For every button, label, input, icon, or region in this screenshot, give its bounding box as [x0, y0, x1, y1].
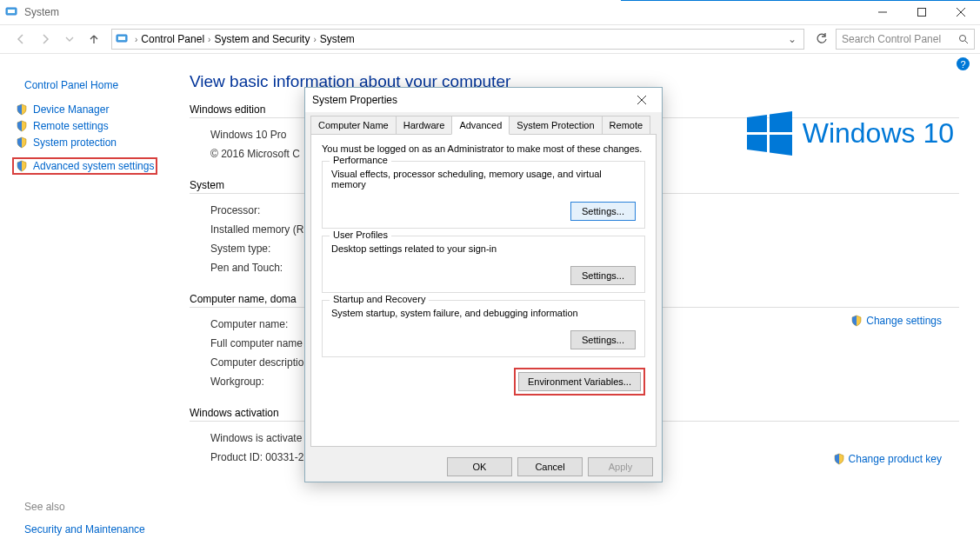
help-row: ? — [0, 54, 980, 70]
tab-advanced[interactable]: Advanced — [451, 116, 510, 135]
section-title: Computer name, doma — [190, 293, 297, 305]
group-user-profiles: User Profiles Desktop settings related t… — [322, 236, 645, 293]
group-title: Startup and Recovery — [330, 294, 429, 304]
tab-computer-name[interactable]: Computer Name — [310, 116, 397, 134]
shield-icon — [16, 103, 28, 116]
group-startup-recovery: Startup and Recovery System startup, sys… — [322, 300, 645, 357]
change-product-key-link[interactable]: Change product key — [833, 453, 942, 465]
sidebar-item-advanced-system-settings[interactable]: Advanced system settings — [12, 157, 157, 175]
maximize-button[interactable] — [902, 0, 941, 24]
group-description: System startup, system failure, and debu… — [331, 308, 636, 318]
tab-system-protection[interactable]: System Protection — [509, 116, 602, 134]
section-title: System — [190, 179, 224, 191]
back-button[interactable] — [10, 29, 31, 50]
dialog-tabs: Computer Name Hardware Advanced System P… — [310, 112, 657, 135]
svg-marker-13 — [770, 135, 792, 156]
breadcrumb[interactable]: › Control Panel › System and Security › … — [111, 29, 804, 50]
system-properties-dialog: System Properties Computer Name Hardware… — [304, 87, 663, 482]
see-also-label: See also — [24, 501, 184, 513]
window-title: System — [24, 6, 863, 18]
section-title: Windows edition — [190, 103, 265, 116]
dialog-tab-body: You must be logged on as an Administrato… — [310, 135, 657, 447]
refresh-button[interactable] — [811, 29, 832, 50]
sidebar-item-device-manager[interactable]: Device Manager — [16, 103, 184, 116]
apply-button[interactable]: Apply — [588, 457, 653, 476]
svg-rect-7 — [118, 37, 125, 40]
group-description: Visual effects, processor scheduling, me… — [331, 169, 636, 190]
chevron-right-icon: › — [135, 35, 137, 44]
group-title: Performance — [330, 155, 391, 165]
search-placeholder: Search Control Panel — [842, 33, 941, 45]
minimize-button[interactable] — [863, 0, 902, 24]
windows-logo-icon — [747, 110, 792, 156]
link-label: Change settings — [866, 315, 942, 327]
breadcrumb-item[interactable]: System and Security — [214, 33, 310, 45]
sidebar-item-label: Device Manager — [33, 103, 109, 116]
group-performance: Performance Visual effects, processor sc… — [322, 161, 645, 229]
shield-icon — [850, 315, 863, 327]
change-settings-link[interactable]: Change settings — [850, 315, 942, 327]
breadcrumb-item[interactable]: Control Panel — [141, 33, 204, 45]
navigation-bar: › Control Panel › System and Security › … — [0, 24, 980, 54]
system-icon — [5, 5, 19, 19]
dialog-titlebar: System Properties — [305, 88, 662, 112]
svg-marker-11 — [770, 111, 792, 132]
breadcrumb-dropdown[interactable]: ⌄ — [784, 33, 800, 45]
tab-remote[interactable]: Remote — [602, 116, 651, 134]
svg-marker-10 — [747, 115, 767, 132]
env-variables-highlight: Environment Variables... — [514, 368, 645, 396]
windows-brand-text: Windows 10 — [803, 117, 954, 150]
recent-dropdown[interactable] — [59, 29, 80, 50]
shield-icon — [16, 136, 28, 149]
sidebar-item-label: Advanced system settings — [33, 160, 154, 172]
dialog-close-button[interactable] — [629, 90, 655, 110]
user-profiles-settings-button[interactable]: Settings... — [570, 266, 636, 285]
link-label: Change product key — [849, 453, 942, 465]
sidebar-item-remote-settings[interactable]: Remote settings — [16, 120, 184, 132]
environment-variables-button[interactable]: Environment Variables... — [518, 372, 641, 391]
shield-icon — [16, 120, 28, 132]
tab-hardware[interactable]: Hardware — [396, 116, 453, 134]
performance-settings-button[interactable]: Settings... — [570, 202, 636, 221]
svg-marker-12 — [747, 135, 767, 152]
shield-icon — [833, 453, 845, 465]
svg-rect-3 — [917, 9, 925, 17]
monitor-icon — [116, 32, 130, 46]
svg-point-8 — [960, 36, 966, 42]
security-maintenance-link[interactable]: Security and Maintenance — [24, 523, 184, 535]
group-title: User Profiles — [330, 229, 391, 240]
help-icon[interactable]: ? — [957, 57, 970, 70]
windows-logo: Windows 10 — [747, 110, 954, 156]
startup-recovery-settings-button[interactable]: Settings... — [570, 330, 636, 349]
search-input[interactable]: Search Control Panel — [836, 29, 975, 50]
admin-note: You must be logged on as an Administrato… — [322, 143, 645, 154]
sidebar-item-label: System protection — [33, 136, 117, 149]
sidebar: Control Panel Home Device Manager Remote… — [0, 70, 184, 552]
dialog-button-row: OK Cancel Apply — [305, 452, 662, 482]
sidebar-item-system-protection[interactable]: System protection — [16, 136, 184, 149]
ok-button[interactable]: OK — [447, 457, 512, 476]
shield-icon — [16, 160, 28, 172]
chevron-right-icon: › — [208, 35, 210, 44]
control-panel-home-link[interactable]: Control Panel Home — [24, 79, 184, 91]
forward-button[interactable] — [35, 29, 56, 50]
svg-line-9 — [965, 41, 968, 43]
cancel-button[interactable]: Cancel — [517, 457, 583, 476]
group-description: Desktop settings related to your sign-in — [331, 243, 636, 254]
sidebar-item-label: Remote settings — [33, 120, 109, 132]
top-accent — [621, 0, 980, 1]
breadcrumb-item[interactable]: System — [320, 33, 355, 45]
section-title: Windows activation — [190, 407, 279, 419]
search-icon — [958, 34, 969, 44]
window-titlebar: System — [0, 0, 980, 24]
svg-rect-1 — [8, 10, 15, 13]
dialog-title: System Properties — [312, 94, 629, 106]
up-button[interactable] — [83, 29, 104, 50]
close-button[interactable] — [941, 0, 980, 24]
chevron-right-icon: › — [313, 35, 316, 44]
